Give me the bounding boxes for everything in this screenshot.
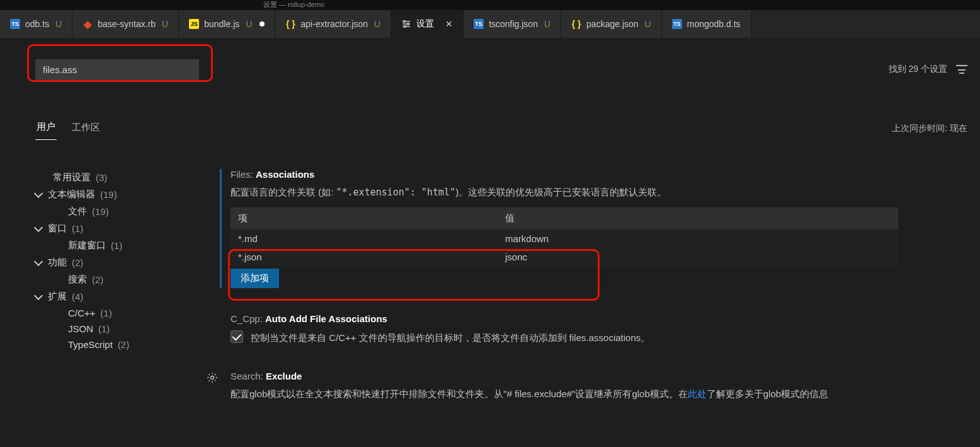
scope-tab-workspace[interactable]: 工作区	[71, 118, 101, 140]
editor-tab[interactable]: 设置✕	[391, 10, 464, 38]
learn-more-link[interactable]: 此处	[688, 388, 707, 399]
table-row[interactable]: *.jsonjsonc	[231, 248, 898, 266]
setting-description: 配置语言的文件关联 (如: "*.extension": "html")。这些关…	[231, 185, 967, 200]
table-row[interactable]: *.mdmarkdown	[231, 229, 898, 248]
editor-tab[interactable]: TSmongodb.d.ts	[662, 10, 751, 38]
json-icon: { }	[571, 19, 581, 29]
tree-count: (3)	[96, 172, 107, 183]
tree-item-common[interactable]: 常用设置 (3)	[35, 169, 205, 186]
git-status-badge: U	[374, 19, 380, 29]
editor-tab-bar: TSodb.tsU◆base-syntax.rbUJSbundle.jsU{ }…	[0, 10, 980, 38]
setting-title-name: Auto Add File Associations	[265, 313, 387, 324]
assoc-value: markdown	[498, 229, 898, 248]
chevron-down-icon	[34, 291, 43, 300]
git-status-badge: U	[645, 19, 651, 29]
tab-label: package.json	[586, 19, 639, 29]
settings-list: Files: Associations 配置语言的文件关联 (如: "*.ext…	[231, 169, 980, 447]
tab-label: odb.ts	[25, 19, 49, 29]
chevron-down-icon	[34, 257, 43, 266]
setting-title: Files: Associations	[231, 169, 967, 180]
editor-tab[interactable]: { }api-extractor.jsonU	[275, 10, 391, 38]
tree-count: (1)	[98, 323, 110, 334]
sliders-icon	[401, 19, 411, 29]
settings-search-result-count: 找到 29 个设置	[889, 64, 947, 75]
table-header-key: 项	[231, 207, 498, 229]
tree-label: JSON	[68, 323, 93, 334]
tree-item-text-editor[interactable]: 文本编辑器 (19)	[35, 186, 205, 203]
tree-count: (2)	[92, 274, 103, 285]
editor-tab[interactable]: JSbundle.jsU	[179, 10, 275, 38]
tree-item-json[interactable]: JSON (1)	[35, 321, 205, 337]
chevron-down-icon	[34, 189, 43, 198]
tree-item-cpp[interactable]: C/C++ (1)	[35, 305, 205, 321]
tree-item-search[interactable]: 搜索 (2)	[35, 271, 205, 288]
json-icon: { }	[285, 19, 295, 29]
tree-label: 扩展	[48, 291, 67, 303]
close-icon[interactable]: ✕	[445, 19, 453, 29]
setting-description: 控制当文件是来自 C/C++ 文件的导航操作的目标时，是否将文件自动添加到 fi…	[251, 330, 650, 345]
tree-label: 文件	[68, 206, 87, 218]
tree-item-newwindow[interactable]: 新建窗口 (1)	[35, 237, 205, 254]
tab-label: 设置	[416, 18, 434, 30]
checkbox-ccpp-autoadd[interactable]	[231, 330, 243, 343]
tree-label: 搜索	[68, 274, 87, 286]
chevron-down-icon	[34, 223, 43, 232]
settings-search-row: 找到 29 个设置	[35, 38, 980, 90]
setting-search-exclude: Search: Exclude 配置glob模式以在全文本搜索和快速打开中排除文…	[231, 371, 967, 402]
desc-code: "*.extension": "html"	[336, 187, 456, 198]
editor-tab[interactable]: ◆base-syntax.rbU	[72, 10, 179, 38]
assoc-key: *.json	[231, 248, 498, 266]
tree-item-file[interactable]: 文件 (19)	[35, 203, 205, 220]
setting-files-associations: Files: Associations 配置语言的文件关联 (如: "*.ext…	[220, 169, 967, 288]
table-header-val: 值	[498, 207, 898, 229]
tree-item-features[interactable]: 功能 (2)	[35, 254, 205, 271]
tab-label: bundle.js	[204, 19, 239, 29]
scope-tab-user[interactable]: 用户	[35, 117, 57, 140]
git-status-badge: U	[246, 19, 252, 29]
desc-text: 了解更多关于glob模式的信息	[707, 388, 828, 399]
setting-title-prefix: Search:	[231, 371, 266, 381]
tree-count: (2)	[72, 257, 83, 268]
settings-sync-status: 上次同步时间: 现在	[892, 123, 967, 134]
setting-description: 配置glob模式以在全文本搜索和快速打开中排除文件和文件夹。从"# files.…	[231, 386, 967, 402]
tree-item-extensions[interactable]: 扩展 (4)	[35, 288, 205, 305]
setting-title: Search: Exclude	[231, 371, 967, 381]
tree-label: 窗口	[48, 223, 67, 235]
typescript-icon: TS	[672, 19, 682, 29]
setting-title: C_Cpp: Auto Add File Associations	[231, 313, 967, 324]
filter-icon[interactable]	[956, 65, 967, 74]
tree-count: (2)	[118, 339, 129, 350]
editor-tab[interactable]: { }package.jsonU	[561, 10, 662, 38]
associations-table: 项 值 *.mdmarkdown*.jsonjsonc	[231, 207, 898, 266]
dirty-indicator-icon	[259, 21, 265, 26]
setting-title-name: Exclude	[266, 371, 302, 381]
svg-point-3	[404, 21, 406, 23]
tree-item-window[interactable]: 窗口 (1)	[35, 220, 205, 237]
tree-label: 文本编辑器	[48, 189, 95, 200]
tree-count: (19)	[100, 189, 117, 200]
tree-item-typescript[interactable]: TypeScript (2)	[35, 337, 205, 352]
tree-label: C/C++	[68, 308, 95, 318]
tab-label: base-syntax.rb	[98, 19, 156, 29]
editor-tab[interactable]: TStsconfig.jsonU	[464, 10, 561, 38]
typescript-icon: TS	[10, 19, 20, 29]
tree-count: (19)	[92, 206, 109, 217]
gear-icon[interactable]	[207, 372, 218, 383]
settings-search-input[interactable]	[35, 59, 199, 80]
assoc-value: jsonc	[498, 248, 898, 266]
assoc-key: *.md	[231, 229, 498, 248]
git-status-badge: U	[55, 19, 62, 29]
tree-count: (1)	[111, 240, 122, 251]
add-item-button[interactable]: 添加项	[231, 269, 279, 288]
setting-ccpp-auto-add: C_Cpp: Auto Add File Associations 控制当文件是…	[231, 313, 967, 345]
git-status-badge: U	[162, 19, 168, 29]
tab-label: api-extractor.json	[300, 19, 368, 29]
tree-label: 新建窗口	[68, 240, 106, 252]
desc-text: 配置glob模式以在全文本搜索和快速打开中排除文件和文件夹。从"# files.…	[231, 388, 688, 399]
svg-point-4	[407, 23, 409, 25]
tree-label: 功能	[48, 257, 67, 269]
editor-tab[interactable]: TSodb.tsU	[0, 10, 72, 38]
tree-label: TypeScript	[68, 339, 113, 350]
setting-title-prefix: Files:	[231, 169, 256, 180]
tree-count: (4)	[72, 291, 83, 302]
